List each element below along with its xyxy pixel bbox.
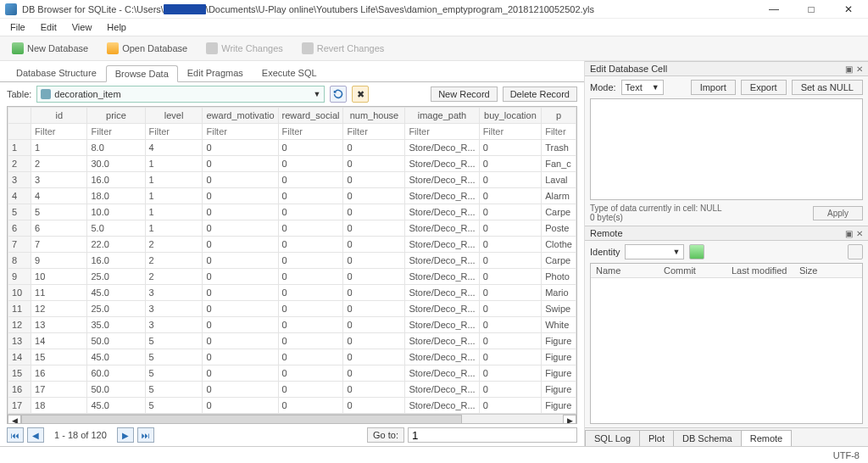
table-cell[interactable]: 0: [343, 269, 405, 285]
clear-filters-button[interactable]: ✖: [352, 86, 369, 103]
pager-prev-button[interactable]: ◀: [27, 427, 44, 443]
column-header[interactable]: buy_location: [479, 108, 542, 124]
table-cell[interactable]: 0: [479, 172, 542, 188]
table-cell[interactable]: 0: [479, 285, 542, 301]
pager-next-button[interactable]: ▶: [117, 427, 134, 443]
table-cell[interactable]: 0: [203, 156, 278, 172]
table-cell[interactable]: 0: [203, 140, 278, 156]
row-number[interactable]: 5: [8, 204, 31, 220]
table-cell[interactable]: Store/Deco_R...: [405, 285, 479, 301]
column-header[interactable]: price: [87, 108, 145, 124]
row-number[interactable]: 8: [8, 253, 31, 269]
column-header[interactable]: eward_motivatio: [203, 108, 278, 124]
table-cell[interactable]: 5: [145, 333, 203, 349]
table-cell[interactable]: 0: [343, 188, 405, 204]
table-cell[interactable]: 0: [479, 188, 542, 204]
table-cell[interactable]: 0: [343, 382, 405, 398]
tab-sql-log[interactable]: SQL Log: [585, 430, 640, 446]
col-last-modified[interactable]: Last modified: [726, 264, 794, 277]
table-cell[interactable]: 5: [145, 398, 203, 414]
menu-edit[interactable]: Edit: [34, 20, 64, 34]
row-number[interactable]: 17: [8, 398, 31, 414]
table-cell[interactable]: 2: [145, 237, 203, 253]
table-cell[interactable]: 0: [203, 382, 278, 398]
table-cell[interactable]: 45.0: [87, 398, 145, 414]
row-number[interactable]: 10: [8, 285, 31, 301]
row-number[interactable]: 13: [8, 333, 31, 349]
new-record-button[interactable]: New Record: [431, 86, 498, 102]
table-cell[interactable]: 0: [479, 333, 542, 349]
table-cell[interactable]: 0: [479, 220, 542, 237]
row-number[interactable]: 2: [8, 156, 31, 172]
table-cell[interactable]: 12: [31, 301, 87, 317]
table-cell[interactable]: Laval: [542, 172, 576, 188]
table-cell[interactable]: 2: [145, 253, 203, 269]
table-cell[interactable]: Carpe: [542, 253, 576, 269]
table-cell[interactable]: 0: [343, 317, 405, 333]
table-cell[interactable]: 16: [31, 365, 87, 382]
table-cell[interactable]: 0: [278, 253, 343, 269]
table-cell[interactable]: 30.0: [87, 156, 145, 172]
new-database-button[interactable]: New Database: [7, 41, 93, 56]
panel-undock-icon[interactable]: ▣: [845, 64, 853, 74]
table-cell[interactable]: 0: [278, 317, 343, 333]
table-cell[interactable]: 0: [479, 317, 542, 333]
table-cell[interactable]: 22.0: [87, 237, 145, 253]
table-cell[interactable]: 2: [145, 269, 203, 285]
window-minimize-button[interactable]: —: [760, 2, 788, 17]
row-number[interactable]: 15: [8, 365, 31, 382]
table-cell[interactable]: 11: [31, 285, 87, 301]
goto-input[interactable]: [408, 427, 577, 443]
table-cell[interactable]: 17: [31, 382, 87, 398]
table-cell[interactable]: Fan_c: [542, 156, 576, 172]
row-number[interactable]: 9: [8, 269, 31, 285]
scroll-left-button[interactable]: ◀: [8, 415, 21, 424]
table-cell[interactable]: 0: [203, 204, 278, 220]
row-number[interactable]: 6: [8, 220, 31, 237]
table-cell[interactable]: 0: [278, 204, 343, 220]
table-cell[interactable]: 15: [31, 349, 87, 365]
table-cell[interactable]: Store/Deco_R...: [405, 237, 479, 253]
table-cell[interactable]: 0: [343, 140, 405, 156]
panel-close-icon[interactable]: ✕: [856, 64, 863, 74]
table-cell[interactable]: 0: [343, 220, 405, 237]
table-cell[interactable]: 0: [203, 253, 278, 269]
table-select[interactable]: decoration_item ▼: [36, 86, 325, 103]
column-filter-input[interactable]: [542, 124, 576, 139]
remote-list[interactable]: Name Commit Last modified Size: [590, 263, 863, 424]
table-cell[interactable]: 0: [479, 237, 542, 253]
table-cell[interactable]: Carpe: [542, 204, 576, 220]
row-number[interactable]: 3: [8, 172, 31, 188]
table-cell[interactable]: 0: [343, 301, 405, 317]
menu-help[interactable]: Help: [100, 20, 133, 34]
mode-select[interactable]: Text▼: [621, 80, 664, 95]
table-cell[interactable]: 0: [343, 253, 405, 269]
table-cell[interactable]: 0: [203, 237, 278, 253]
table-cell[interactable]: 0: [203, 188, 278, 204]
export-button[interactable]: Export: [741, 80, 787, 95]
table-cell[interactable]: 0: [203, 301, 278, 317]
tab-db-schema[interactable]: DB Schema: [673, 430, 742, 446]
table-cell[interactable]: 1: [145, 188, 203, 204]
table-cell[interactable]: Store/Deco_R...: [405, 301, 479, 317]
scroll-thumb[interactable]: [21, 415, 462, 424]
column-header[interactable]: reward_social: [278, 108, 343, 124]
column-filter-input[interactable]: [343, 124, 404, 139]
open-database-button[interactable]: Open Database: [102, 41, 192, 56]
col-name[interactable]: Name: [591, 264, 659, 277]
table-cell[interactable]: Store/Deco_R...: [405, 398, 479, 414]
table-cell[interactable]: Store/Deco_R...: [405, 188, 479, 204]
table-cell[interactable]: 0: [203, 365, 278, 382]
column-header[interactable]: id: [31, 108, 87, 124]
table-cell[interactable]: 0: [278, 220, 343, 237]
table-cell[interactable]: Figure: [542, 382, 576, 398]
table-cell[interactable]: 0: [479, 140, 542, 156]
table-cell[interactable]: 0: [479, 269, 542, 285]
table-cell[interactable]: 13: [31, 317, 87, 333]
table-cell[interactable]: 60.0: [87, 365, 145, 382]
table-cell[interactable]: Figure: [542, 349, 576, 365]
tab-plot[interactable]: Plot: [639, 430, 674, 446]
table-cell[interactable]: 0: [278, 398, 343, 414]
table-cell[interactable]: Photo: [542, 269, 576, 285]
tab-browse-data[interactable]: Browse Data: [106, 65, 178, 82]
